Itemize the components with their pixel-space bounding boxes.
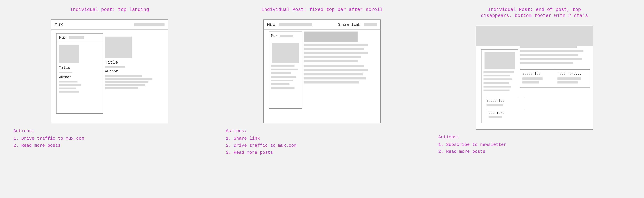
s1-action-2: 2. Read more posts: [14, 142, 84, 149]
s3-line-6: [484, 90, 510, 91]
s1-right-bar-1: [105, 66, 125, 68]
s3-cta-right: Read next...: [555, 70, 590, 87]
s3-cta-right-block-1: [558, 78, 581, 80]
s2-right-bar-7: [304, 69, 368, 72]
s2-share-block: [364, 23, 377, 26]
s1-right-bar-3: [105, 78, 152, 80]
s2-right-bar-10: [304, 81, 359, 84]
s3-line-3: [484, 78, 512, 80]
s3-actions: Actions: 1. Subscribe to newsletter 2. R…: [435, 135, 506, 155]
s3-cta-left-block-1: [522, 78, 542, 80]
s2-inner-line-1: [271, 65, 294, 66]
s3-right-big-block: [520, 29, 584, 40]
s2-right-bar-8: [304, 73, 362, 76]
s1-top-bar: Mux: [51, 20, 168, 30]
s1-top-bar-placeholder: [134, 23, 164, 26]
s3-readmore-block: [488, 116, 502, 118]
s3-cta-subscribe-label: Subscribe: [522, 72, 552, 76]
wireframe-container: Individual post: top landing Mux Mux Tit…: [10, 7, 634, 156]
s2-inner-logo: Mux: [271, 34, 278, 38]
s1-right-bar-4: [105, 81, 148, 83]
s3-line-5: [484, 86, 511, 88]
s3-line-1: [484, 71, 514, 73]
s2-inner-line-3: [271, 72, 291, 74]
s2-right-bar-5: [304, 60, 358, 62]
s1-inner-top-bar: Mux: [56, 34, 103, 42]
s3-inner-card: Subscribe Read more: [481, 50, 518, 123]
s2-right-bar-6: [304, 65, 364, 68]
s2-top-logo: Mux: [267, 22, 276, 27]
section-1: Individual post: top landing Mux Mux Tit…: [10, 7, 209, 149]
s3-subscribe-row: Subscribe: [486, 97, 524, 106]
s1-inner-card: Mux Title Author: [56, 33, 103, 114]
s3-cta-left-block-2: [522, 81, 539, 84]
s1-inner-author: Author: [59, 75, 100, 79]
s1-right-bar-5: [105, 84, 145, 86]
s2-right-bar-4: [304, 56, 361, 58]
s2-action-2: 2. Drive traffic to mux.com: [226, 142, 296, 149]
s3-readmore-row: Read more: [486, 109, 524, 118]
s3-right-content: Subscribe Read next...: [520, 29, 590, 88]
s2-inner-card: Mux: [269, 32, 302, 109]
s2-inner-line-6: [271, 83, 290, 85]
s1-line-4: [59, 88, 76, 89]
s2-inner-top: Mux: [269, 32, 302, 40]
section-3-title: Individual Post: end of post, top disapp…: [481, 7, 588, 19]
s3-right-bar-4: [520, 54, 578, 56]
s1-right-author: Author: [105, 70, 165, 74]
s2-right-big-block: [304, 32, 358, 42]
section-1-wireframe: Mux Mux Title Author: [51, 20, 168, 124]
s2-right-content: [304, 32, 378, 85]
s2-inner-thumbnail: [272, 43, 299, 63]
s1-right-thumbnail: [105, 36, 132, 58]
s2-action-1: 1. Share link: [226, 135, 296, 142]
s3-readmore-label: Read more: [486, 111, 524, 115]
s2-inner-bar: [280, 35, 293, 37]
s1-right-bar-6: [105, 87, 138, 89]
s3-cta-left: Subscribe: [520, 70, 555, 87]
s2-right-bar-2: [304, 48, 364, 50]
s1-right-bar-2: [105, 75, 142, 77]
s3-subscribe-input-block: [486, 104, 503, 106]
s3-line-2: [484, 75, 510, 76]
s3-cta-readnext-label: Read next...: [558, 72, 588, 76]
s2-top-bar: Mux Share link: [264, 20, 380, 30]
s3-action-2: 2. Read more posts: [438, 148, 506, 155]
s1-top-logo: Mux: [54, 22, 63, 27]
s1-right-content: Title Author: [105, 36, 165, 90]
s1-inner-title: Title: [59, 66, 100, 70]
s3-cta-right-block-2: [558, 81, 578, 84]
s2-inner-line-4: [271, 76, 296, 78]
s1-inner-bar-block: [69, 36, 84, 39]
s2-right-bar-3: [304, 52, 368, 54]
section-1-title: Individual post: top landing: [70, 7, 149, 13]
s1-action-1: 1. Drive traffic to mux.com: [14, 135, 84, 142]
s2-right-bar-1: [304, 44, 368, 46]
s1-right-title: Title: [105, 60, 165, 65]
s1-actions: Actions: 1. Drive traffic to mux.com 2. …: [10, 128, 84, 149]
s2-inner-line-2: [271, 68, 298, 70]
section-3: Individual Post: end of post, top disapp…: [435, 7, 634, 155]
s2-top-bar-block: [279, 23, 312, 26]
s3-right-bar-5: [520, 58, 582, 60]
s2-share-link-label: Share link: [338, 23, 360, 27]
s2-inner-line-7: [271, 87, 294, 89]
s2-inner-line-5: [271, 80, 293, 81]
s3-line-4: [484, 82, 509, 84]
s3-right-bar-3: [520, 50, 584, 52]
s3-right-bar-2: [520, 46, 577, 48]
s3-cta-row: Subscribe Read next...: [520, 69, 590, 88]
s2-right-bar-9: [304, 77, 366, 80]
s1-line-3: [59, 84, 81, 86]
s1-actions-label: Actions:: [14, 128, 84, 134]
s1-line-1: [59, 72, 72, 73]
section-2: Individual Post: fixed top bar after scr…: [222, 7, 422, 156]
s3-right-bar-6: [520, 62, 574, 64]
s1-inner-logo: Mux: [59, 36, 66, 40]
section-2-title: Individual Post: fixed top bar after scr…: [262, 7, 383, 13]
s3-right-bar-1: [520, 42, 580, 44]
s3-action-1: 1. Subscribe to newsletter: [438, 141, 506, 148]
s1-thumbnail: [59, 45, 79, 63]
section-2-wireframe: Mux Share link Mux: [263, 20, 381, 124]
s3-subscribe-label: Subscribe: [486, 99, 524, 103]
